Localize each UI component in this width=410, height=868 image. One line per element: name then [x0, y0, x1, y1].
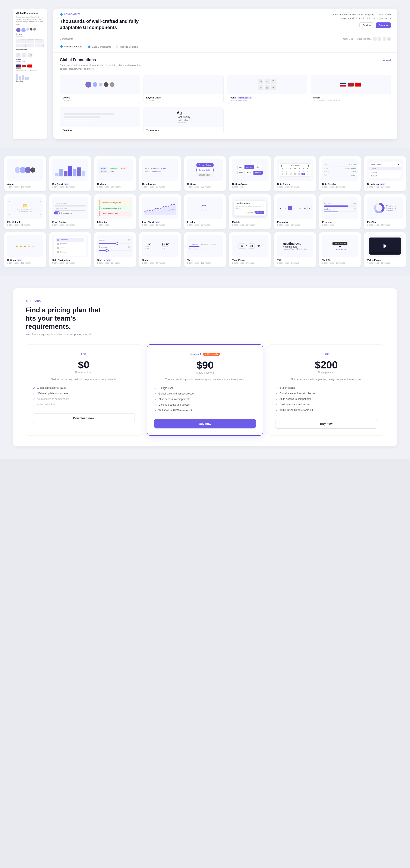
team-features: ✓ 5-user license ✓ Global style and asse…: [275, 386, 377, 412]
comp-card-avatar[interactable]: +2 Avatar 4 components , 142 variants: [4, 156, 46, 191]
modals-count: 1 components , 12 variants: [232, 224, 268, 226]
comp-card-badges[interactable]: Active Success Error Default Info Badges…: [94, 156, 136, 191]
twitter-icon[interactable]: 𝕏: [383, 37, 386, 40]
copy-link-label[interactable]: Copy Link: [343, 38, 352, 40]
button-group-count: 1 component: [232, 186, 268, 188]
comp-card-breadcrumb[interactable]: Home/ Category/ Page Docs› Components Br…: [139, 156, 181, 191]
tab-website-sections[interactable]: 📋 Website Sections: [115, 45, 138, 50]
tab-base-components[interactable]: 🔷 Base Components: [88, 45, 111, 50]
progress-name: Progress: [322, 221, 358, 223]
team-feature-1: ✓ 5-user license: [275, 386, 377, 390]
hero-left: 🔷 COMPONENTS Thousands of well-crafted a…: [60, 13, 145, 31]
inline-alert-name: Inline Alert: [97, 221, 133, 223]
free-feature-3: ✓ All-in access to components: [33, 398, 135, 401]
data-display-name: Data Display: [322, 183, 358, 185]
colors-name: Colors: [63, 96, 137, 99]
comp-card-sliders[interactable]: Volume60% Brightness30% Sliders New 2 co…: [94, 232, 136, 267]
free-feature-4: ✓ Asset collection: [33, 403, 135, 406]
view-all-button[interactable]: View all: [383, 59, 391, 61]
card-layout-grids[interactable]: Layout Grids 11 Styles: [144, 75, 224, 104]
comp-card-side-navigation[interactable]: Dashboard Analytics Users Settings Side …: [49, 232, 91, 267]
comp-card-tabs[interactable]: Overview Analytics Reports Tab content a…: [184, 232, 226, 267]
button-group-name: Button Group: [232, 183, 268, 185]
stats-name: Stats: [142, 259, 178, 261]
form-control-preview: Email address Password •••••• Remember m…: [52, 197, 88, 219]
link-icon[interactable]: 🔗: [373, 37, 377, 40]
comp-card-ratings[interactable]: ★ ★ ★ ★ ★ Ratings New 1 components , 120…: [4, 232, 46, 267]
modals-preview: Confirm Action Are you sure you want to …: [232, 197, 268, 219]
comp-card-bar-chart[interactable]: Bar Chart New 3 components , 12 variants: [49, 156, 91, 191]
comp-card-button-group[interactable]: Left Center Right Day Week Month Button …: [229, 156, 271, 191]
comp-card-progress[interactable]: Progress75% Loading45% Progress 3 compon…: [319, 194, 361, 229]
foundations-grid: Colors 182 Styles Layout Grids 11 Sty: [60, 75, 391, 104]
layout-grids-name: Layout Grids: [146, 96, 221, 99]
comp-card-tooltip[interactable]: This is a tooltip Hover over me Tool Tip…: [319, 232, 361, 267]
inline-alert-count: 4 components: [97, 224, 133, 226]
colors-info: Colors 182 Styles: [60, 94, 140, 103]
team-check-5: ✓: [275, 409, 278, 412]
breadcrumb-bar: Components Copy Link Share this page 🔗 f…: [53, 35, 397, 43]
comp-card-line-chart[interactable]: Line Chart New 2 components , 12 variant…: [139, 194, 181, 229]
data-display-count: 1 components , 12 variants: [322, 186, 358, 188]
form-control-count: 2 components , 76 variants: [52, 224, 88, 226]
team-check-2: ✓: [275, 392, 278, 395]
comp-card-pagination[interactable]: ◀ 1 2 3 ... 10 ▶ Pagination 2 components…: [274, 194, 316, 229]
comp-card-pie-chart[interactable]: Category A Category B Category C Pie Cha…: [364, 194, 406, 229]
comp-card-file-upload[interactable]: 📁 Drag & drop files hereor click to brow…: [4, 194, 46, 229]
linkedin-icon[interactable]: in: [387, 37, 391, 40]
comp-card-inline-alert[interactable]: ⚠ Warning message here ✓ Success message…: [94, 194, 136, 229]
individual-plan-button[interactable]: Buy now: [154, 419, 256, 429]
breadcrumb-name: Breadcrumb: [142, 183, 178, 185]
loader-name: Loader: [187, 221, 223, 223]
card-spacing[interactable]: Spacing: [60, 107, 140, 134]
hero-section: Global Foundations Create a consistent l…: [0, 0, 410, 148]
card-typography[interactable]: Ag FontDisplay FontDisplay FontDisplay T…: [144, 107, 224, 134]
buy-now-button[interactable]: Buy now: [376, 23, 391, 28]
free-feature-2: ✓ Lifetime update and access: [33, 392, 135, 395]
comp-card-time-picker[interactable]: 12 : 30 PM Time Picker 1 components , 8 …: [229, 232, 271, 267]
comp-card-stats[interactable]: 1.2K Users ↑ 12% $8.4K Revenue ↑ 8% Stat…: [139, 232, 181, 267]
tab-base-label: Base Components: [92, 45, 111, 48]
sidebar-item-media: Media 14 components , 2145 variants: [16, 64, 43, 71]
title-preview: Heading One Heading Two Heading Three / …: [277, 236, 313, 257]
pricing-card-team: Team $200 Single payment The perfect cho…: [268, 344, 384, 436]
check-icon-2: ✓: [33, 392, 35, 395]
facebook-icon[interactable]: f: [378, 37, 381, 40]
comp-card-loader[interactable]: Loader 1 components , 30 variants: [184, 194, 226, 229]
side-navigation-count: 5 components , 36 variants: [52, 262, 88, 264]
buttons-name: Buttons: [187, 183, 223, 185]
avatar-preview: +2: [7, 159, 43, 181]
free-plan-button[interactable]: Download now: [33, 413, 135, 423]
comp-card-buttons[interactable]: Primary Button Outline Button Ghost Butt…: [184, 156, 226, 191]
comp-card-form-control[interactable]: Email address Password •••••• Remember m…: [49, 194, 91, 229]
team-price: $200: [275, 360, 377, 370]
media-name: Media: [313, 96, 388, 99]
badges-preview: Active Success Error Default Info: [97, 159, 133, 181]
inline-alert-preview: ⚠ Warning message here ✓ Success message…: [97, 197, 133, 219]
card-media[interactable]: Media 14 components , 2145 variants: [311, 75, 391, 104]
card-icons[interactable]: ⊙ ⌂ ☰ ✉ ⚙ ★ Icons Coming soon 2,400+ Com…: [227, 75, 307, 104]
pricing-description: We offer a very simple and transparent p…: [26, 333, 384, 336]
video-player-count: 4 components , 30 variants: [367, 262, 403, 264]
comp-card-date-picker[interactable]: ◀June 2024▶ SMTWTFS 1234567 891011121314…: [274, 156, 316, 191]
section-header: Global Foundations View all: [60, 58, 391, 62]
preview-button[interactable]: Preview: [359, 23, 374, 28]
hero-buttons: Preview Buy now: [327, 23, 391, 28]
individual-tagline: The best starting point for solo designe…: [154, 378, 256, 381]
spacing-name: Spacing: [63, 129, 137, 131]
comp-card-video-player[interactable]: Video Player 4 components , 30 variants: [364, 232, 406, 267]
section-title: Global Foundations: [60, 58, 96, 62]
time-picker-count: 1 components , 8 variants: [232, 262, 268, 264]
comp-card-title[interactable]: Heading One Heading Two Heading Three / …: [274, 232, 316, 267]
card-colors[interactable]: Colors 182 Styles: [60, 75, 140, 104]
individual-plan-badges: Individual 🔥 Most popular: [154, 351, 256, 357]
components-section: +2 Avatar 4 components , 142 variants Ba…: [0, 148, 410, 276]
tab-global-icon: 🔷: [60, 45, 63, 48]
file-upload-preview: 📁 Drag & drop files hereor click to brow…: [7, 197, 43, 219]
tab-global-foundation[interactable]: 🔷 Global Foundation: [60, 45, 83, 50]
comp-card-dropdown[interactable]: Select option▾ Option 1 Option 2 Option …: [364, 156, 406, 191]
comp-card-data-display[interactable]: NameJohn Doe Emailjohn@example StatusAct…: [319, 156, 361, 191]
comp-card-modals[interactable]: Confirm Action Are you sure you want to …: [229, 194, 271, 229]
team-plan-button[interactable]: Buy now: [275, 419, 377, 429]
avatar-name: Avatar: [7, 183, 43, 185]
